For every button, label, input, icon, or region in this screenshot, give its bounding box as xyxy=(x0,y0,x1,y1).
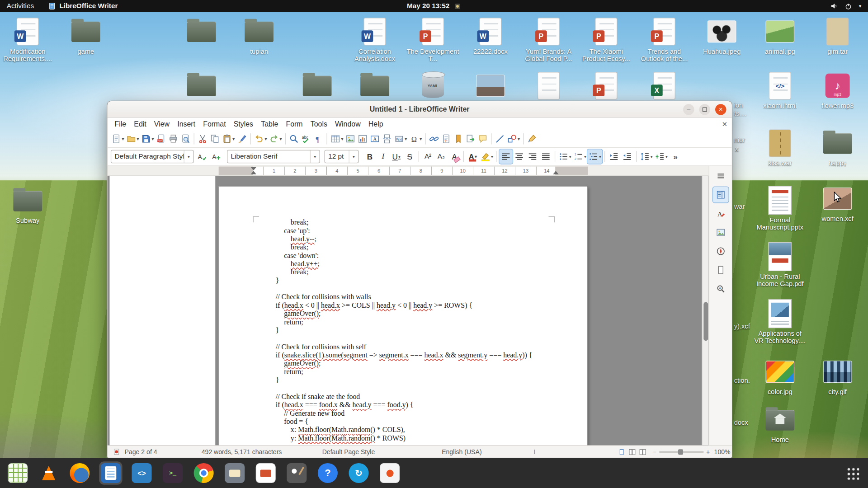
outline-list-dropdown-caret[interactable]: ▾ xyxy=(599,154,601,159)
more-options-button[interactable]: » xyxy=(669,150,682,164)
bold-button[interactable]: B xyxy=(363,150,376,164)
desktop-icon-tupian[interactable]: tupian xyxy=(232,17,286,56)
desktop-icon-folder[interactable] xyxy=(175,71,228,103)
insert-footnote-button[interactable]: 1* xyxy=(440,131,453,146)
open-dropdown-caret[interactable]: ▾ xyxy=(137,136,139,141)
paragraph-spacing-button[interactable]: ▾ xyxy=(654,150,669,164)
dock-help-button[interactable]: ? xyxy=(316,461,339,484)
desktop-icon-urban-rural-income-gap-pdf[interactable]: Urban - Rural Income Gap.pdf xyxy=(754,242,807,288)
sidebar-properties-button[interactable] xyxy=(713,187,728,202)
single-page-view-button[interactable] xyxy=(618,448,626,455)
desktop-icon-folder[interactable] xyxy=(291,71,344,103)
justified-button[interactable] xyxy=(539,150,552,164)
sidebar-navigator-button[interactable] xyxy=(713,244,728,259)
desktop-icon-trends-and-outlook-of-the[interactable]: PTrends and Outlook of the... xyxy=(638,17,691,63)
dock-libreoffice-writer-button[interactable] xyxy=(99,461,122,484)
desktop-icon-the-development-t[interactable]: PThe Development T... xyxy=(406,17,460,63)
focused-app-indicator[interactable]: LibreOffice Writer xyxy=(48,2,118,10)
desktop-icon-gim-tar[interactable]: gim.tar xyxy=(811,17,864,56)
font-name-combobox[interactable]: Liberation Serif ▾ xyxy=(227,150,320,163)
multi-page-view-button[interactable] xyxy=(628,448,636,455)
font-name-dropdown[interactable]: ▾ xyxy=(310,150,320,163)
underline-button[interactable]: U▾ xyxy=(390,150,403,164)
dock-file-manager-button[interactable] xyxy=(223,461,246,484)
left-indent-marker[interactable] xyxy=(251,171,256,174)
menu-edit[interactable]: Edit xyxy=(130,120,151,128)
menu-styles[interactable]: Styles xyxy=(230,120,257,128)
insert-special-character-dropdown-caret[interactable]: ▾ xyxy=(420,136,422,141)
desktop-icon-happy[interactable]: happy xyxy=(811,128,864,167)
open-button[interactable]: ▾ xyxy=(125,131,140,146)
menu-window[interactable]: Window xyxy=(331,120,364,128)
document-page-previous[interactable] xyxy=(109,176,216,445)
language-status[interactable]: English (USA) xyxy=(442,446,481,458)
minimize-button[interactable]: − xyxy=(683,104,694,115)
dock-chrome-button[interactable] xyxy=(192,461,215,484)
desktop-icon-excel[interactable]: X xyxy=(638,71,691,103)
paste-button[interactable]: ▾ xyxy=(221,131,236,146)
dock-vscode-button[interactable]: <> xyxy=(130,461,153,484)
desktop-icon-home[interactable]: Home xyxy=(754,405,807,444)
print-button[interactable] xyxy=(167,131,179,146)
new-document-button[interactable]: ▾ xyxy=(110,131,125,146)
line-spacing-dropdown-caret[interactable]: ▾ xyxy=(651,154,653,159)
align-left-button[interactable] xyxy=(500,150,513,164)
desktop-icon-huahua-jpeg[interactable]: Huahua.jpeg xyxy=(695,17,749,56)
dock-software-updater-button[interactable]: ↻ xyxy=(347,461,370,484)
desktop-icon-textfile[interactable] xyxy=(522,71,576,103)
desktop-icon-yum-brands-a-global-food-p[interactable]: PYum! Brands: A Global Food P... xyxy=(522,17,576,63)
underline-dropdown-caret[interactable]: ▾ xyxy=(398,154,401,159)
insert-field-button[interactable]: F(x)▾ xyxy=(393,131,408,146)
update-style-button[interactable]: A xyxy=(195,150,208,164)
desktop-icon-formal-manuscript-pptx[interactable]: Formal Manuscript.pptx xyxy=(754,185,807,232)
cut-button[interactable] xyxy=(197,131,209,146)
desktop-icon-folder[interactable] xyxy=(348,71,401,103)
highlight-color-dropdown-caret[interactable]: ▾ xyxy=(491,154,493,159)
insert-cross-reference-button[interactable] xyxy=(465,131,477,146)
zoom-in-button[interactable]: + xyxy=(706,448,710,455)
menu-form[interactable]: Form xyxy=(282,120,307,128)
desktop-icon-subway[interactable]: Subway xyxy=(1,186,54,225)
save-button[interactable]: ▾ xyxy=(140,131,155,146)
paragraph-style-combobox[interactable]: Default Paragraph Style ▾ xyxy=(111,150,194,163)
spelling-button[interactable]: abc xyxy=(300,131,312,146)
vertical-scrollbar[interactable] xyxy=(702,176,709,445)
desktop-icon-correlation-analysis-docx[interactable]: WCorrelation Analysis.docx xyxy=(348,17,401,63)
highlight-color-button[interactable]: ▾ xyxy=(479,150,494,164)
clock[interactable]: May 20 13:52 xyxy=(407,2,449,10)
align-right-button[interactable] xyxy=(526,150,539,164)
document-page[interactable]: break;case 'up':head.y--;break;case 'dow… xyxy=(219,186,588,445)
undo-dropdown-caret[interactable]: ▾ xyxy=(264,136,267,141)
paragraph-spacing-dropdown-caret[interactable]: ▾ xyxy=(665,154,668,159)
insert-comment-button[interactable] xyxy=(476,131,489,146)
insert-text-box-button[interactable]: A xyxy=(369,131,381,146)
clone-formatting-button[interactable] xyxy=(236,131,248,146)
dock-libreoffice-impress-button[interactable] xyxy=(254,461,277,484)
strikethrough-button[interactable]: S xyxy=(403,150,416,164)
desktop-icon-ppt[interactable]: P xyxy=(580,71,633,103)
first-line-indent-marker[interactable] xyxy=(251,167,256,170)
window-titlebar[interactable]: Untitled 1 - LibreOffice Writer − × xyxy=(108,101,732,118)
print-preview-button[interactable] xyxy=(179,131,192,146)
word-count-status[interactable]: 492 words, 5,171 characters xyxy=(202,446,282,458)
font-size-combobox[interactable]: 12 pt ▾ xyxy=(325,150,359,163)
italic-button[interactable]: I xyxy=(377,150,390,164)
desktop-icon-flower-mp3[interactable]: ♪mp3flower.mp3 xyxy=(811,71,864,110)
zoom-slider[interactable] xyxy=(659,451,703,452)
export-pdf-button[interactable]: PDF xyxy=(155,131,167,146)
unsaved-changes-icon[interactable] xyxy=(113,446,120,458)
book-view-button[interactable] xyxy=(639,448,646,455)
desktop-icon-photo2[interactable] xyxy=(464,71,517,103)
sidebar-sidebar-settings-button[interactable] xyxy=(713,168,728,183)
font-size-dropdown[interactable]: ▾ xyxy=(349,150,358,163)
desktop-icon-animal-jpg[interactable]: animal.jpg xyxy=(754,17,807,56)
page-style-status[interactable]: Default Page Style xyxy=(322,446,375,458)
desktop-icon-applications-of-vr-technology[interactable]: Applications of VR Technology.... xyxy=(754,299,807,345)
insert-special-character-button[interactable]: Ω▾ xyxy=(408,131,423,146)
unordered-list-dropdown-caret[interactable]: ▾ xyxy=(569,154,571,159)
system-status-area[interactable]: ▾ xyxy=(830,2,868,10)
paste-dropdown-caret[interactable]: ▾ xyxy=(232,136,235,141)
desktop-icon-xiaomi-html[interactable]: </>xiaomi.html xyxy=(754,71,807,110)
dock-libreoffice-calc-button[interactable] xyxy=(6,461,29,484)
dock-terminal-button[interactable]: >_ xyxy=(161,461,184,484)
